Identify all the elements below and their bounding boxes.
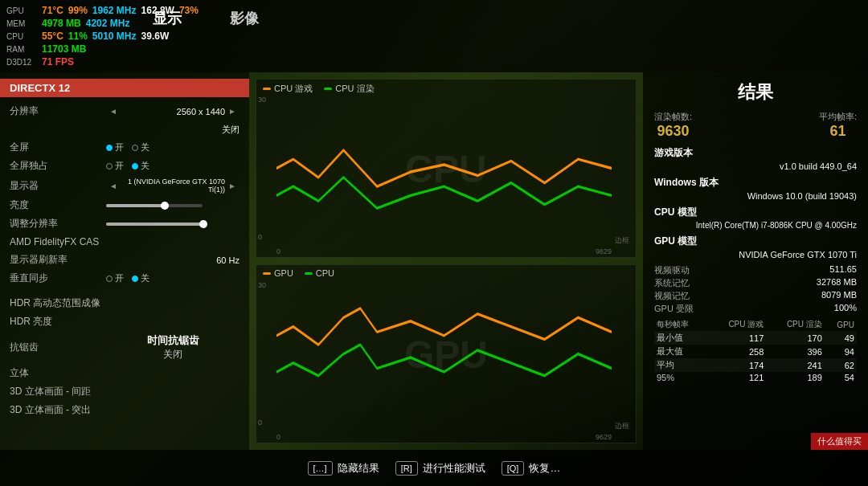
res-scale-item[interactable]: 调整分辨率 (0, 214, 249, 233)
exclusive-on[interactable]: 开 (106, 160, 124, 172)
game-version-val: v1.0 build 449.0_64 (654, 161, 857, 171)
refresh-value: 60 Hz (106, 255, 240, 265)
table-row: 95% 121 189 54 (654, 372, 857, 383)
res-scale-label: 调整分辨率 (10, 217, 106, 231)
legend-gpu-label: GPU (274, 268, 293, 278)
table-row: 最小值 117 170 49 (654, 331, 857, 345)
td-max-label: 最大值 (654, 345, 708, 358)
vsync-radio[interactable]: 开 关 (106, 272, 149, 284)
restore-btn[interactable]: [Q] 恢复… (502, 461, 561, 476)
vsync-item[interactable]: 垂直同步 开 关 (0, 269, 249, 288)
next-arrow[interactable]: ► (228, 107, 236, 116)
cpu-line-chart2 (276, 345, 612, 375)
fullscreen-radio[interactable]: 开 关 (106, 141, 149, 153)
aa-method: 时间抗锯齿 (106, 333, 240, 348)
video-mem-row: 视频记忆 8079 MB (654, 290, 857, 302)
stereo-depth-label: 3D 立体画面 - 间距 (10, 385, 106, 398)
settings-header: DIRECTX 12 (0, 79, 249, 97)
tab-image[interactable]: 影像 (206, 0, 283, 36)
d3d-label: D3D12 (6, 58, 37, 67)
stereo-pop-label: 3D 立体画面 - 突出 (10, 403, 106, 417)
cpu-chart-legend: CPU 游戏 CPU 渲染 (263, 83, 375, 95)
display-value: 1 (NVIDIA GeForce GTX 1070 Ti(1)) (121, 178, 225, 194)
video-driver-row: 视频驱动 511.65 (654, 264, 857, 276)
chart1-xlabel: 边框 (615, 235, 629, 246)
display-item[interactable]: 显示器 ◄ 1 (NVIDIA GeForce GTX 1070 Ti(1)) … (0, 175, 249, 196)
td-max-v3: 94 (825, 345, 857, 358)
td-p95-v2: 189 (766, 372, 824, 383)
watermark: 什么值得买 (811, 433, 868, 450)
chart2-svg (276, 281, 612, 427)
results-scores: 渲染帧数: 9630 平均帧率: 61 (654, 111, 857, 140)
legend-gpu-dot (263, 272, 271, 275)
fullscreen-label: 全屏 (10, 141, 106, 154)
fullscreen-on-dot (106, 145, 113, 151)
hud-ram-row: RAM 11703 MB (6, 43, 199, 55)
res-scale-fill (106, 223, 203, 226)
charts-area: CPU 游戏 CPU 渲染 CPU 30 0 边框 0 9629 GPU (249, 72, 643, 450)
fullscreen-item[interactable]: 全屏 开 关 (0, 138, 249, 157)
hide-results-btn[interactable]: […] 隐藏结果 (308, 461, 379, 476)
avg-fps-label: 平均帧率: (819, 111, 857, 123)
video-driver-key: 视频驱动 (654, 264, 690, 276)
restore-label: 恢复… (529, 461, 560, 476)
gpu-model-val: NVIDIA GeForce GTX 1070 Ti (654, 250, 857, 259)
exclusive-off[interactable]: 关 (132, 160, 149, 172)
section-gap-1 (0, 288, 249, 294)
run-benchmark-key: [R] (395, 461, 418, 476)
stereo-depth-item: 3D 立体画面 - 间距 (0, 382, 249, 401)
legend-cpu-label: CPU (316, 268, 334, 278)
run-benchmark-btn[interactable]: [R] 进行性能测试 (395, 461, 485, 476)
prev-arrow[interactable]: ◄ (109, 107, 117, 116)
td-p95-v3: 54 (825, 372, 857, 383)
gpu-limit-row: GPU 受限 100% (654, 303, 857, 315)
cpu-model-heading: CPU 模型 (654, 206, 857, 219)
gpu-limit-val: 100% (834, 303, 857, 315)
fullscreen-off-dot (132, 145, 138, 151)
game-version-section: 游戏版本 v1.0 build 449.0_64 (654, 146, 857, 171)
fullscreen-off[interactable]: 关 (132, 141, 149, 153)
exclusive-off-label: 关 (141, 160, 149, 172)
td-avg-label: 平均 (654, 358, 708, 372)
mem-used: 4978 MB (42, 18, 81, 29)
th-cpu-render: CPU 渲染 (766, 318, 824, 331)
gpu-line (276, 308, 612, 345)
vsync-on-label: 开 (115, 272, 124, 284)
legend-gpu: GPU (263, 268, 293, 278)
th-cpu-game: CPU 游戏 (708, 318, 766, 331)
display-next[interactable]: ► (228, 182, 236, 190)
vsync-off[interactable]: 关 (132, 272, 149, 284)
gpu-temp: 71°C (42, 5, 63, 16)
chart1-x-start: 0 (276, 247, 280, 255)
exclusive-radio[interactable]: 开 关 (106, 160, 149, 172)
refresh-item[interactable]: 显示器刷新率 60 Hz (0, 251, 249, 269)
res-scale-slider[interactable] (106, 223, 203, 226)
sys-mem-row: 系统记忆 32768 MB (654, 277, 857, 289)
chart1-y-max: 30 (258, 96, 266, 104)
th-gpu: GPU (825, 318, 857, 331)
windows-val: Windows 10.0 (build 19043) (654, 191, 857, 201)
vsync-label: 垂直同步 (10, 272, 106, 285)
perf-table: 每秒帧率 CPU 游戏 CPU 渲染 GPU 最小值 117 170 49 最大… (654, 318, 857, 383)
th-fps: 每秒帧率 (654, 318, 708, 331)
results-panel: 结果 渲染帧数: 9630 平均帧率: 61 游戏版本 v1.0 build 4… (643, 72, 868, 450)
bottom-bar: […] 隐藏结果 [R] 进行性能测试 [Q] 恢复… (0, 450, 868, 486)
avg-fps-val: 61 (819, 123, 857, 140)
resolution-item[interactable]: 分辨率 ◄ 2560 x 1440 ► (0, 102, 249, 120)
video-mem-key: 视频记忆 (654, 290, 690, 302)
tab-display[interactable]: 显示 (129, 0, 206, 36)
restore-key: [Q] (502, 461, 525, 476)
cpu-game-line (276, 150, 612, 186)
fullscreen-on[interactable]: 开 (106, 141, 124, 153)
vsync-on[interactable]: 开 (106, 272, 124, 284)
results-title: 结果 (654, 80, 857, 104)
display-prev[interactable]: ◄ (109, 182, 117, 190)
brightness-slider[interactable] (106, 204, 203, 207)
aa-item: 抗锯齿 时间抗锯齿 关闭 (0, 331, 249, 364)
table-row: 平均 174 241 62 (654, 358, 857, 372)
brightness-item[interactable]: 亮度 (0, 196, 249, 214)
exclusive-item[interactable]: 全屏独占 开 关 (0, 157, 249, 175)
brightness-thumb[interactable] (161, 202, 169, 210)
res-scale-thumb[interactable] (199, 220, 207, 228)
fullscreen-on-label: 开 (115, 141, 124, 153)
